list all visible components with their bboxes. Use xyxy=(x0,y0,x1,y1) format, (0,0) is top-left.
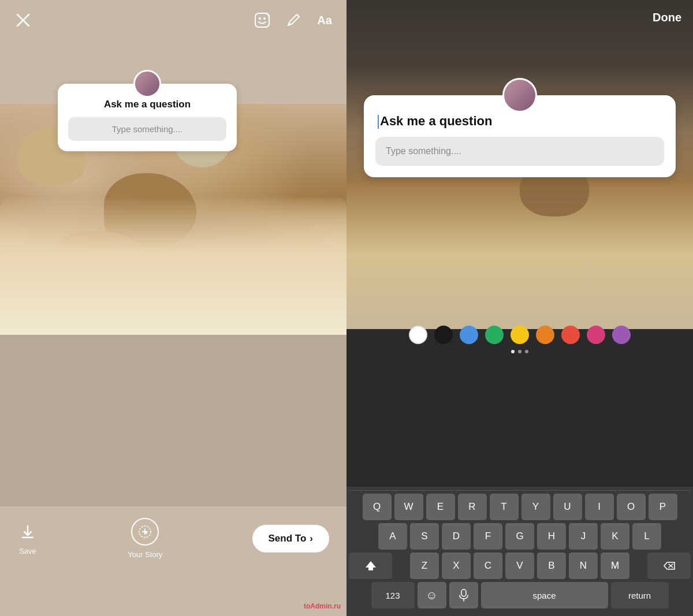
left-bottom-bar: Save Your Story Send To xyxy=(0,506,346,616)
key-r[interactable]: R xyxy=(458,494,487,520)
your-story-label: Your Story xyxy=(128,550,162,559)
key-q[interactable]: Q xyxy=(363,494,392,520)
key-v[interactable]: V xyxy=(505,552,534,579)
svg-rect-15 xyxy=(461,589,466,596)
color-pink[interactable] xyxy=(587,326,605,344)
emoji-key[interactable]: ☺ xyxy=(418,582,446,608)
page-dot-2 xyxy=(518,350,521,353)
key-y[interactable]: Y xyxy=(521,494,550,520)
your-story-button[interactable]: Your Story xyxy=(128,518,162,559)
color-orange[interactable] xyxy=(536,326,554,344)
text-button[interactable]: Aa xyxy=(314,10,335,31)
your-story-icon xyxy=(131,518,159,546)
page-indicators xyxy=(511,350,528,353)
svg-point-3 xyxy=(259,17,261,20)
text-icon-label: Aa xyxy=(317,14,332,27)
qa-input-left[interactable]: Type something.... xyxy=(68,117,226,141)
key-o[interactable]: O xyxy=(617,494,646,520)
qa-widget-right: Ask me a question Type something.... xyxy=(364,95,676,177)
send-to-label: Send To xyxy=(269,533,307,544)
qa-widget-left: Ask me a question Type something.... xyxy=(58,84,237,151)
story-bg-bottom xyxy=(0,335,346,381)
story-image-area xyxy=(0,0,346,506)
color-blue[interactable] xyxy=(460,326,478,344)
svg-rect-2 xyxy=(255,13,269,27)
text-cursor xyxy=(378,115,379,129)
key-k[interactable]: K xyxy=(601,523,629,550)
key-z[interactable]: Z xyxy=(410,552,439,579)
qa-avatar-right xyxy=(502,78,537,113)
keyboard-row-3: ZXCVBNM xyxy=(349,552,691,579)
right-panel: Done Ask me a question Type something...… xyxy=(346,0,693,616)
color-picker-area xyxy=(346,312,693,358)
qa-input-right[interactable]: Type something.... xyxy=(375,137,664,166)
space-key[interactable]: space xyxy=(481,582,608,608)
watermark: toAdmin.ru xyxy=(304,602,341,610)
keyboard-row-1: QWERTYUIOP xyxy=(349,494,691,520)
color-green[interactable] xyxy=(485,326,504,344)
color-yellow[interactable] xyxy=(511,326,529,344)
key-a[interactable]: A xyxy=(378,523,407,550)
key-i[interactable]: I xyxy=(585,494,614,520)
key-u[interactable]: U xyxy=(553,494,582,520)
numbers-key[interactable]: 123 xyxy=(371,582,415,608)
save-button[interactable]: Save xyxy=(17,521,38,555)
keyboard-area: QWERTYUIOP ASDFGHJKL ZXCVBNM 123 xyxy=(346,487,693,616)
page-dot-3 xyxy=(525,350,528,353)
qa-avatar-left xyxy=(133,70,161,98)
done-button[interactable]: Done xyxy=(653,11,681,24)
mic-key[interactable] xyxy=(449,582,478,608)
key-p[interactable]: P xyxy=(649,494,677,520)
close-icon xyxy=(15,12,31,28)
qa-title-right: Ask me a question xyxy=(375,114,664,129)
right-top-bar: Done xyxy=(346,0,693,35)
key-l[interactable]: L xyxy=(632,523,661,550)
key-j[interactable]: J xyxy=(569,523,598,550)
avatar-image-left xyxy=(135,72,159,96)
save-label: Save xyxy=(19,547,36,555)
close-button[interactable] xyxy=(12,9,35,32)
key-s[interactable]: S xyxy=(410,523,439,550)
color-dots-container xyxy=(409,326,631,344)
return-key[interactable]: return xyxy=(611,582,669,608)
sticker-button[interactable] xyxy=(252,10,273,31)
save-icon xyxy=(17,521,38,542)
key-f[interactable]: F xyxy=(474,523,502,550)
color-white[interactable] xyxy=(409,326,427,344)
keyboard-row-2: ASDFGHJKL xyxy=(349,523,691,550)
qa-title-left: Ask me a question xyxy=(68,99,226,110)
bottom-actions: Save Your Story Send To xyxy=(0,518,346,559)
keyboard-divider xyxy=(349,490,691,491)
key-w[interactable]: W xyxy=(394,494,423,520)
keyboard-row-4: 123 ☺ space return xyxy=(349,582,691,608)
key-x[interactable]: X xyxy=(442,552,471,579)
key-e[interactable]: E xyxy=(426,494,455,520)
page-dot-1 xyxy=(511,350,515,353)
color-red[interactable] xyxy=(561,326,580,344)
shift-key[interactable] xyxy=(349,552,392,579)
key-b[interactable]: B xyxy=(537,552,566,579)
svg-point-4 xyxy=(263,17,266,20)
key-g[interactable]: G xyxy=(505,523,534,550)
key-c[interactable]: C xyxy=(474,552,502,579)
color-purple[interactable] xyxy=(612,326,631,344)
key-d[interactable]: D xyxy=(442,523,471,550)
key-m[interactable]: M xyxy=(601,552,629,579)
left-panel: Aa Ask me a question Type something.... xyxy=(0,0,346,616)
draw-button[interactable] xyxy=(283,10,304,31)
send-to-button[interactable]: Send To › xyxy=(252,525,329,552)
top-right-icons: Aa xyxy=(252,10,335,31)
key-h[interactable]: H xyxy=(537,523,566,550)
key-t[interactable]: T xyxy=(490,494,519,520)
key-n[interactable]: N xyxy=(569,552,598,579)
color-black[interactable] xyxy=(434,326,453,344)
backspace-key[interactable] xyxy=(647,552,691,579)
left-top-bar: Aa xyxy=(0,0,346,40)
send-to-arrow: › xyxy=(310,533,313,544)
